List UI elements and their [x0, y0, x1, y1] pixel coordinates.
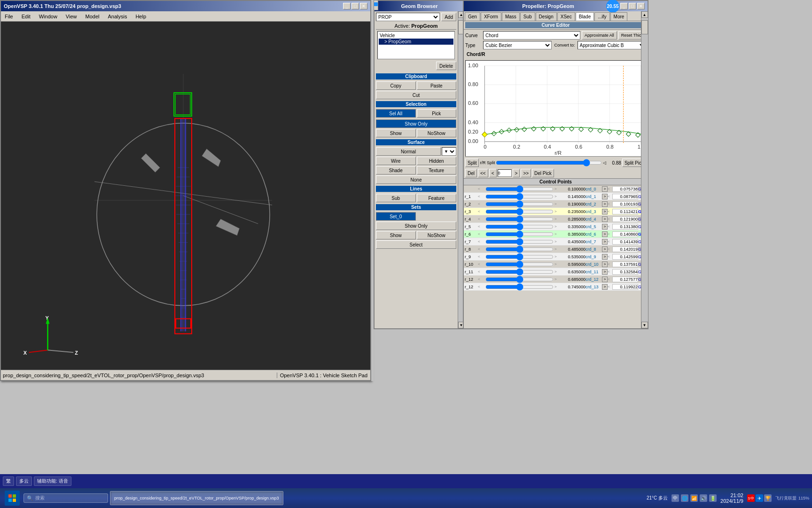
- cp-left-0[interactable]: >: [602, 186, 608, 192]
- cp-val-13[interactable]: [612, 284, 638, 290]
- feature-button[interactable]: Feature: [417, 194, 457, 202]
- tab-xsec[interactable]: XSec: [557, 12, 575, 21]
- cp-slider-12[interactable]: [485, 277, 554, 282]
- tree-vehicle[interactable]: Vehicle: [379, 32, 453, 39]
- cp-left-7[interactable]: >: [602, 239, 608, 245]
- tab-mass[interactable]: Mass: [502, 12, 520, 21]
- cp-val-11[interactable]: [612, 269, 638, 275]
- show-only2-button[interactable]: Show Only: [376, 222, 456, 230]
- tray-icon-4[interactable]: 🔊: [700, 494, 707, 502]
- normal-select[interactable]: ▼: [442, 147, 456, 156]
- cp-val-4[interactable]: [612, 216, 638, 222]
- cp-slider-13[interactable]: [485, 285, 554, 289]
- noshow-button[interactable]: NoShow: [417, 129, 457, 137]
- menu-analysis[interactable]: Analysis: [106, 13, 129, 20]
- tab-ify[interactable]: ...ify: [594, 12, 609, 21]
- tab-gen[interactable]: Gen: [465, 12, 480, 21]
- chinese-app-3[interactable]: 🏆: [764, 494, 772, 502]
- menu-help[interactable]: Help: [133, 13, 148, 20]
- convert-select[interactable]: Approximate Cubic B: [578, 41, 646, 49]
- start-button[interactable]: [5, 491, 20, 506]
- shade-button[interactable]: Shade: [376, 166, 416, 175]
- cp-left-2[interactable]: >: [602, 201, 608, 207]
- clock[interactable]: 21:02 2024/11/9: [720, 492, 743, 504]
- cp-slider-1[interactable]: [485, 194, 554, 199]
- tab-design[interactable]: Design: [536, 12, 557, 21]
- paste-button[interactable]: Paste: [417, 81, 457, 90]
- menu-view[interactable]: View: [64, 13, 79, 20]
- prop-type-select[interactable]: PROP: [376, 13, 440, 21]
- cp-left-8[interactable]: >: [602, 246, 608, 252]
- cp-val-2[interactable]: [612, 201, 638, 207]
- tray-icon-1[interactable]: 中: [671, 494, 679, 502]
- normal-button[interactable]: Normal: [376, 147, 441, 156]
- cp-val-9[interactable]: [612, 254, 638, 260]
- cp-left-13[interactable]: >: [602, 284, 608, 290]
- cp-slider-0[interactable]: [485, 187, 554, 191]
- del-button[interactable]: Del: [465, 169, 477, 177]
- copy-button[interactable]: Copy: [376, 81, 416, 90]
- tree-propgeom[interactable]: > PropGeom: [379, 39, 453, 45]
- cp-left-3[interactable]: >: [602, 209, 608, 214]
- tray-icon-5[interactable]: 🔋: [709, 494, 717, 502]
- split-slider[interactable]: [496, 159, 601, 166]
- cp-slider-2[interactable]: [485, 202, 554, 206]
- sel-all-button[interactable]: Sel All: [376, 109, 416, 118]
- tray-icon-2[interactable]: 🌐: [681, 494, 688, 502]
- cp-val-5[interactable]: [612, 224, 638, 230]
- prop-minimize[interactable]: _: [620, 3, 628, 9]
- curve-select[interactable]: Chord: [483, 31, 580, 40]
- cp-val-7[interactable]: [612, 239, 638, 245]
- add-button[interactable]: Add: [441, 13, 456, 21]
- close-button[interactable]: ✕: [360, 3, 367, 9]
- cp-val-10[interactable]: [612, 262, 638, 267]
- position-input[interactable]: [498, 169, 512, 177]
- cp-slider-4[interactable]: [485, 217, 554, 222]
- cp-val-0[interactable]: [612, 186, 638, 192]
- cp-left-4[interactable]: >: [602, 216, 608, 222]
- none-button[interactable]: None: [376, 175, 456, 184]
- wire-button[interactable]: Wire: [376, 157, 416, 165]
- ime-button-1[interactable]: 繁: [3, 476, 14, 486]
- tray-icon-3[interactable]: 📶: [690, 494, 698, 502]
- select-button[interactable]: Select: [376, 240, 456, 249]
- ime-button-2[interactable]: 多云: [16, 476, 32, 486]
- sub-button[interactable]: Sub: [376, 194, 416, 202]
- prop-scroll-down[interactable]: ▼: [641, 322, 648, 328]
- cp-left-12[interactable]: >: [602, 277, 608, 282]
- approximate-all-btn[interactable]: Approximate All: [582, 31, 617, 40]
- tab-more[interactable]: More: [610, 12, 628, 21]
- menu-edit[interactable]: Edit: [20, 13, 32, 20]
- taskbar-search[interactable]: 🔍 搜索: [23, 493, 108, 503]
- cp-slider-9[interactable]: [485, 254, 554, 259]
- cp-left-1[interactable]: >: [602, 194, 608, 199]
- split-button[interactable]: Split: [465, 159, 479, 167]
- cut-button[interactable]: Cut: [376, 91, 456, 99]
- prop-scrollbar[interactable]: ▲ ▼: [641, 11, 648, 328]
- chinese-app-2[interactable]: ✈: [756, 494, 763, 502]
- cp-slider-8[interactable]: [485, 247, 554, 252]
- show-button[interactable]: Show: [376, 129, 416, 137]
- hidden-button[interactable]: Hidden: [417, 157, 457, 165]
- cp-slider-5[interactable]: [485, 224, 554, 229]
- cp-val-6[interactable]: [612, 231, 638, 237]
- taskbar-openvsp[interactable]: prop_design_considering_tip_speed/2t_eVT…: [110, 491, 283, 505]
- tab-xform[interactable]: XForm: [481, 12, 501, 21]
- rr-button[interactable]: >>: [521, 169, 531, 177]
- show2-button[interactable]: Show: [376, 231, 416, 239]
- menu-file[interactable]: File: [3, 13, 15, 20]
- r-button[interactable]: >: [513, 169, 520, 177]
- cp-val-1[interactable]: [612, 194, 638, 199]
- cp-slider-3[interactable]: [485, 209, 554, 214]
- pick-button[interactable]: Pick: [417, 109, 457, 118]
- cp-val-8[interactable]: [612, 246, 638, 252]
- cp-left-10[interactable]: >: [602, 262, 608, 267]
- texture-button[interactable]: Texture: [417, 166, 457, 175]
- prop-maximize[interactable]: □: [629, 3, 636, 9]
- prop-scroll-up[interactable]: ▲: [641, 11, 648, 18]
- cp-left-5[interactable]: >: [602, 224, 608, 230]
- ime-button-3[interactable]: 辅助功能: 语音: [34, 476, 71, 486]
- menu-model[interactable]: Model: [83, 13, 101, 20]
- cp-val-3[interactable]: [612, 209, 638, 214]
- cp-slider-11[interactable]: [485, 270, 554, 274]
